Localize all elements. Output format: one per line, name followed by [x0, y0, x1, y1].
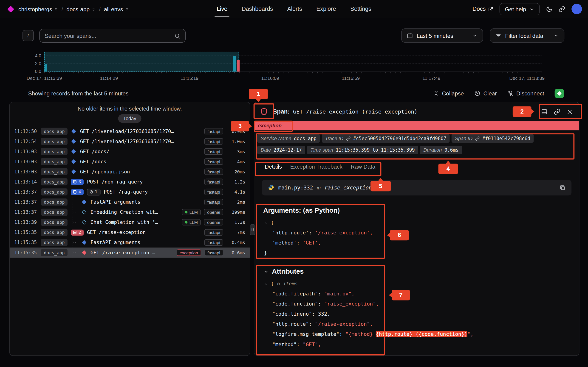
service-tag[interactable]: docs_app	[41, 198, 68, 206]
chart-selection-region[interactable]	[44, 52, 238, 72]
chip-value: 11:15:35.399 to 11:15:35.399	[336, 147, 415, 153]
expand-children-badge[interactable]: 3	[71, 179, 84, 185]
service-tag[interactable]: docs_app	[41, 229, 68, 236]
span-duration: 399ms	[226, 209, 245, 215]
span-duration: 7ms	[226, 230, 245, 235]
service-tag[interactable]: docs_app	[41, 239, 68, 246]
scope-tag[interactable]: fastapi	[204, 128, 223, 134]
trace-row[interactable]: 11:15:35 docs_app FastAPI arguments fast…	[10, 237, 250, 248]
trace-rows: 11:12:50 docs_app GET /livereload/127036…	[10, 126, 250, 258]
tab-details[interactable]: Details	[265, 163, 282, 173]
dock-panel-icon[interactable]	[541, 108, 548, 115]
scope-tag[interactable]: fastapi	[204, 138, 223, 144]
trace-row[interactable]: 11:15:35 docs_app 2 GET /raise-exception…	[10, 227, 250, 237]
service-tag[interactable]: docs_app	[41, 168, 68, 175]
tab-exception-traceback[interactable]: Exception Traceback	[290, 163, 342, 173]
scope-tag[interactable]: fastapi	[204, 148, 223, 155]
env-selector[interactable]: all envs	[104, 6, 129, 12]
child-count: 2	[78, 230, 81, 235]
search-box[interactable]	[39, 29, 186, 43]
chevron-down-icon	[553, 33, 559, 38]
scope-tag[interactable]: fastapi	[204, 179, 223, 185]
section-collapse-icon[interactable]	[263, 269, 269, 274]
tab-alerts[interactable]: Alerts	[287, 0, 302, 18]
tab-explore[interactable]: Explore	[316, 0, 336, 18]
disconnect-label: Disconnect	[516, 90, 544, 97]
main-nav: Live Dashboards Alerts Explore Settings	[216, 0, 371, 18]
service-name-chip: Service Namedocs_app	[257, 134, 320, 143]
today-button[interactable]: Today	[118, 114, 141, 123]
scope-tag[interactable]: fastapi	[204, 249, 223, 256]
trace-row[interactable]: 11:13:14 docs_app 3 POST /non-rag-query …	[10, 177, 250, 187]
service-tag[interactable]: docs_app	[41, 219, 68, 226]
collapse-toggle-icon[interactable]	[264, 219, 268, 225]
get-help-button[interactable]: Get help	[500, 3, 540, 15]
copy-span-link-icon[interactable]	[554, 108, 560, 115]
provider-tag[interactable]: openai	[204, 219, 223, 225]
share-link-icon[interactable]	[559, 6, 565, 12]
row-timestamp: 11:13:37	[14, 189, 37, 194]
calendar-icon	[407, 33, 413, 39]
service-tag[interactable]: docs_app	[41, 158, 68, 165]
span-id-chip[interactable]: Span ID#f0110e542c798c6d	[451, 134, 534, 143]
service-tag[interactable]: docs_app	[41, 209, 68, 216]
scope-tag[interactable]: fastapi	[204, 229, 223, 236]
trace-row[interactable]: 11:13:03 docs_app GET /docs fastapi 4ms	[10, 156, 250, 167]
logfire-logo[interactable]	[7, 6, 14, 12]
org-selector[interactable]: christophergs	[18, 6, 58, 12]
collapse-button[interactable]: Collapse	[433, 90, 464, 97]
panel-resize-handle[interactable]: ⠿	[250, 224, 255, 235]
service-tag[interactable]: docs_app	[41, 148, 68, 155]
project-selector[interactable]: docs-app	[66, 6, 95, 12]
trace-row[interactable]: 11:13:03 docs_app GET /openapi.json fast…	[10, 167, 250, 177]
scope-tag[interactable]: fastapi	[204, 189, 223, 195]
trace-row[interactable]: 11:13:37 docs_app Embedding Creation wit…	[10, 207, 250, 217]
provider-tag[interactable]: openai	[204, 209, 223, 215]
trace-row[interactable]: 11:13:37 docs_app FastAPI arguments fast…	[10, 197, 250, 207]
tab-dashboards[interactable]: Dashboards	[242, 0, 273, 18]
llm-tag[interactable]: LLM	[182, 219, 201, 225]
exception-tag[interactable]: exception	[177, 249, 201, 256]
tab-live[interactable]: Live	[216, 0, 227, 18]
collapse-children-badge-error[interactable]: 2	[71, 229, 84, 235]
service-tag[interactable]: docs_app	[41, 178, 68, 185]
clear-button[interactable]: Clear	[474, 90, 497, 97]
collapse-toggle-icon[interactable]	[264, 281, 268, 286]
search-input[interactable]	[44, 33, 171, 39]
row-timestamp: 11:13:03	[14, 169, 37, 174]
disconnect-button[interactable]: Disconnect	[507, 90, 544, 97]
trace-row[interactable]: 11:12:54 docs_app GET /livereload/127036…	[10, 136, 250, 146]
service-tag[interactable]: docs_app	[41, 249, 68, 256]
open-brace: {	[271, 219, 274, 225]
tab-raw-data[interactable]: Raw Data	[351, 163, 376, 173]
service-tag[interactable]: docs_app	[41, 188, 68, 195]
docs-link[interactable]: Docs	[473, 6, 493, 12]
close-icon[interactable]	[567, 108, 573, 115]
scope-tag[interactable]: fastapi	[204, 199, 223, 205]
trace-id-chip[interactable]: Trace ID#c5ec5005042796e91d5db42ca9fd980…	[322, 134, 450, 143]
time-range-button[interactable]: Last 5 minutes	[401, 28, 483, 43]
avatar[interactable]: -	[571, 4, 582, 14]
theme-toggle-moon-icon[interactable]	[546, 6, 552, 12]
trace-row[interactable]: 11:13:39 docs_app Chat Completion with '…	[10, 217, 250, 227]
llm-tag[interactable]: LLM	[182, 209, 201, 215]
span-duration: 20ms	[226, 169, 245, 174]
trace-row[interactable]: 11:12:50 docs_app GET /livereload/127036…	[10, 126, 250, 136]
live-status-button[interactable]	[555, 89, 564, 98]
trace-row[interactable]: 11:13:03 docs_app GET /docs/ fastapi 3ms	[10, 146, 250, 156]
scope-tag[interactable]: fastapi	[204, 169, 223, 175]
row-timestamp: 11:13:14	[14, 179, 37, 184]
trace-row[interactable]: 11:13:37 docs_app 4 1 POST /rag-query fa…	[10, 187, 250, 197]
tab-settings[interactable]: Settings	[350, 0, 371, 18]
service-tag[interactable]: docs_app	[41, 138, 68, 145]
copy-icon[interactable]	[560, 185, 565, 191]
scope-tag[interactable]: fastapi	[204, 158, 223, 165]
scope-tag[interactable]: fastapi	[204, 239, 223, 246]
trace-row-selected[interactable]: 11:15:35 docs_app GET /raise-exception ……	[10, 248, 250, 258]
service-tag[interactable]: docs_app	[41, 128, 68, 135]
attr-value: "/raise-exception",	[315, 321, 373, 327]
cancelled-spans-badge[interactable]: 1	[87, 189, 100, 195]
span-duration: 3ms	[226, 149, 245, 154]
filter-button[interactable]: Filter local data	[490, 28, 564, 43]
collapse-children-badge[interactable]: 4	[71, 189, 84, 195]
